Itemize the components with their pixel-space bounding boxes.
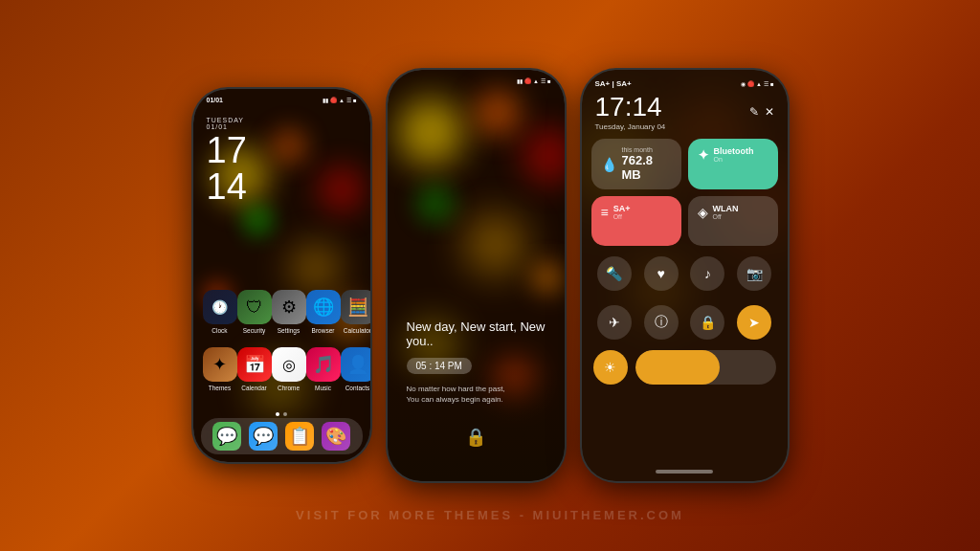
sa-tile[interactable]: ≡ SA+ Off [591,196,681,246]
data-subtitle: this month [622,146,672,153]
app-chrome[interactable]: ◎ Chrome [272,347,306,391]
quote-line-2: You can always begin again. [407,394,546,405]
dock-item-3[interactable]: 📋 [284,422,315,451]
browser-label: Browser [312,327,335,334]
bluetooth-label: Bluetooth [714,146,754,156]
flashlight-btn[interactable]: 🔦 [597,256,632,291]
cc-time-date: Tuesday, January 04 [595,122,774,131]
info-btn[interactable]: ⓘ [644,305,679,340]
dock-item-4[interactable]: 🎨 [321,422,351,451]
dock-icon-4: 🎨 [322,422,350,451]
data-icon: 💧 [601,157,617,172]
edit-icon[interactable]: ✎ [749,105,759,119]
chrome-label: Chrome [278,385,300,391]
app-settings[interactable]: ⚙ Settings [272,290,306,334]
page-dots [276,412,287,416]
app-browser[interactable]: 🌐 Browser [306,290,341,334]
cc-icon-row-1: 🔦 ♥ ♪ 📷 [591,253,778,295]
music-label: Music [315,385,331,391]
browser-icon: 🌐 [306,290,341,324]
contacts-label: Contacts [345,385,370,391]
airplane-btn[interactable]: ✈ [597,305,632,340]
wlan-tile[interactable]: ◈ WLAN Off [688,196,778,246]
phone-home: 01/01 ▮▮ 🔴 ▲ ☰ ■ TUESDAY 01/01 17 14 🕐 [193,89,370,462]
brightness-row: ☀ [591,350,778,385]
cc-status-icons: ◉ 🔴 ▲ ☰ ■ [741,80,774,87]
dot-1 [276,412,279,416]
dock: 💬 💬 📋 🎨 [201,418,363,454]
dock-icon-2: 💬 [249,422,278,451]
app-clock[interactable]: 🕐 Clock [203,290,237,334]
watermark: VISIT FOR MORE THEMES - MIUITHEMER.COM [296,508,684,522]
themes-icon: ✦ [203,347,237,382]
home-screen: 01/01 ▮▮ 🔴 ▲ ☰ ■ TUESDAY 01/01 17 14 🕐 [193,89,370,462]
calendar-icon: 📅 [237,347,272,382]
app-contacts[interactable]: 👤 Contacts [341,347,370,391]
lock-bokeh-background [388,70,565,481]
data-tile[interactable]: 💧 this month 762.8 MB [591,139,681,189]
calendar-label: Calendar [241,385,266,391]
app-music[interactable]: 🎵 Music [306,347,341,391]
themes-label: Themes [209,385,231,391]
security-label: Security [243,327,265,334]
sa-label: SA+ [613,204,631,213]
dock-item-1[interactable]: 💬 [212,422,242,451]
app-calculator[interactable]: 🧮 Calculator [341,290,370,334]
phone-lock: ▮▮ 🔴 ▲ ☰ ■ New day, New start, New you..… [388,70,565,481]
wlan-label: WLAN [713,204,739,213]
lock-btn[interactable]: 🔒 [690,305,724,340]
cc-icon-row-2: ✈ ⓘ 🔒 ➤ [591,301,778,343]
clock-minute: 14 [207,168,357,205]
lock-time-badge: 05 : 14 PM [407,358,472,374]
wlan-status: Off [713,213,739,220]
app-row-1: 🕐 Clock 🛡 Security ⚙ Settings 🌐 Browser … [203,290,361,334]
lock-status-icons: ▮▮ 🔴 ▲ ☰ ■ [517,77,551,84]
lock-quote: New day, New start, New you.. 05 : 14 PM… [388,320,565,405]
dock-icon-1: 💬 [212,422,241,451]
nav-indicator [656,470,713,474]
quote-line-1: No matter how hard the past, [407,384,546,394]
lock-status-bar: ▮▮ 🔴 ▲ ☰ ■ [388,70,565,88]
dock-item-2[interactable]: 💬 [248,422,278,451]
settings-label: Settings [278,327,301,334]
heart-btn[interactable]: ♥ [644,256,679,291]
brightness-slider[interactable] [635,350,776,385]
bluetooth-tile[interactable]: ✦ Bluetooth On [688,139,778,189]
quote-title: New day, New start, New you.. [407,320,546,348]
cc-top-bar: SA+ | SA+ ◉ 🔴 ▲ ☰ ■ [582,70,788,92]
cc-row-2: ≡ SA+ Off ◈ WLAN Off [591,196,778,246]
music-icon: 🎵 [306,347,341,382]
chrome-icon: ◎ [272,347,306,382]
lock-screen: ▮▮ 🔴 ▲ ☰ ■ New day, New start, New you..… [388,70,565,481]
bluetooth-icon: ✦ [698,147,709,163]
clock-date: TUESDAY 01/01 [207,117,357,130]
music-btn[interactable]: ♪ [690,256,724,291]
data-value: 762.8 MB [622,153,672,182]
phone-control: SA+ | SA+ ◉ 🔴 ▲ ☰ ■ 17:14 ✎ ✕ Tuesday, J… [582,70,788,481]
brightness-fill [635,350,720,385]
app-grid: 🕐 Clock 🛡 Security ⚙ Settings 🌐 Browser … [193,290,370,405]
dock-icon-3: 📋 [285,422,314,451]
cc-carrier: SA+ | SA+ [595,79,632,88]
wifi-icon: ◈ [698,205,708,220]
cc-time-text: 17:14 [595,92,662,122]
app-themes[interactable]: ✦ Themes [203,347,237,391]
clock-label: Clock [212,327,227,334]
brightness-low-btn[interactable]: ☀ [593,350,628,385]
status-bar: 01/01 ▮▮ 🔴 ▲ ☰ ■ [193,89,370,107]
location-btn[interactable]: ➤ [737,305,771,340]
cc-tiles-grid: 💧 this month 762.8 MB ✦ Bluetooth On [582,139,788,385]
calculator-icon: 🧮 [341,290,370,324]
app-security[interactable]: 🛡 Security [237,290,272,334]
control-center: SA+ | SA+ ◉ 🔴 ▲ ☰ ■ 17:14 ✎ ✕ Tuesday, J… [582,70,788,481]
quote-sub: No matter how hard the past, You can alw… [407,384,546,405]
dot-2 [283,412,287,416]
clock-icon: 🕐 [203,290,237,324]
calculator-label: Calculator [344,327,370,334]
status-icons: ▮▮ 🔴 ▲ ☰ ■ [323,97,357,103]
lock-time-text: 05 : 14 PM [416,361,462,371]
camera-btn[interactable]: 📷 [737,256,771,291]
cc-close-icon[interactable]: ✕ [765,105,774,119]
app-calendar[interactable]: 📅 Calendar [237,347,272,391]
bluetooth-status: On [714,156,754,163]
